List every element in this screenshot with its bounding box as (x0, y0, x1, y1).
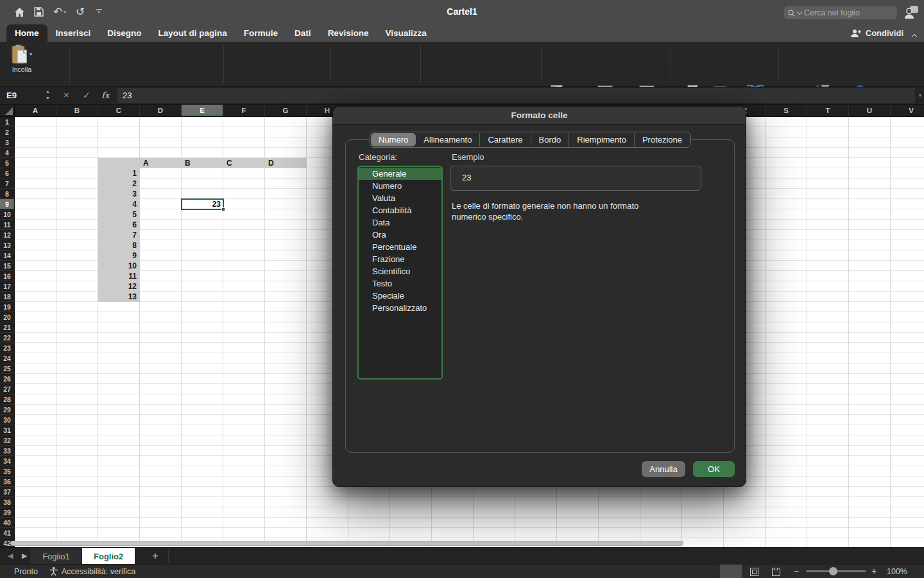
cancel-entry-button[interactable]: × (64, 89, 69, 100)
row-header-22[interactable]: 22 (0, 333, 15, 343)
row-header-8[interactable]: 8 (0, 189, 15, 199)
paste-button[interactable]: ▾ Incolla (5, 44, 38, 74)
ribbon-tab-visualizza[interactable]: Visualizza (377, 24, 434, 42)
expand-formula-bar-icon[interactable]: ▾ (919, 92, 921, 98)
category-item-personalizzato[interactable]: Personalizzato (359, 302, 441, 314)
category-item-frazione[interactable]: Frazione (359, 253, 441, 265)
row-header-30[interactable]: 30 (0, 415, 15, 425)
table-header-cell[interactable]: A (143, 158, 149, 168)
row-header-1[interactable]: 1 (0, 117, 15, 127)
cancel-button[interactable]: Annulla (642, 461, 685, 477)
zoom-in-button[interactable]: + (871, 566, 877, 576)
column-header-D[interactable]: D (140, 105, 182, 117)
row-header-17[interactable]: 17 (0, 281, 15, 292)
row-header-33[interactable]: 33 (0, 446, 15, 456)
accessibility-status[interactable]: Accessibilità: verifica (62, 567, 135, 576)
category-item-generale[interactable]: Generale (359, 168, 441, 180)
row-header-23[interactable]: 23 (0, 343, 15, 353)
page-break-view-button[interactable] (765, 565, 787, 578)
select-all-corner[interactable] (0, 105, 15, 117)
normal-view-button[interactable] (720, 565, 742, 578)
next-sheet-button[interactable]: ▶ (22, 552, 27, 560)
row-header-19[interactable]: 19 (0, 302, 15, 312)
formula-input[interactable]: 23 (117, 88, 915, 103)
name-box-stepper[interactable]: ▲▼ (46, 89, 50, 101)
zoom-slider[interactable] (806, 570, 866, 572)
row-header-14[interactable]: 14 (0, 250, 15, 261)
row-header-35[interactable]: 35 (0, 466, 15, 477)
column-header-B[interactable]: B (56, 105, 98, 117)
dialog-tab-bordo[interactable]: Bordo (531, 133, 569, 146)
zoom-out-button[interactable]: − (794, 566, 799, 576)
row-header-27[interactable]: 27 (0, 384, 15, 394)
row-header-40[interactable]: 40 (0, 518, 15, 528)
row-header-3[interactable]: 3 (0, 137, 15, 148)
dialog-tab-riempimento[interactable]: Riempimento (569, 133, 634, 146)
row-header-9[interactable]: 9 (0, 199, 15, 209)
row-header-34[interactable]: 34 (0, 456, 15, 466)
row-header-29[interactable]: 29 (0, 405, 15, 415)
profile-icon[interactable] (903, 4, 919, 20)
row-header-25[interactable]: 25 (0, 363, 15, 374)
horizontal-scrollbar[interactable] (10, 541, 683, 546)
row-header-5[interactable]: 5 (0, 158, 15, 168)
category-item-ora[interactable]: Ora (359, 229, 441, 241)
row-header-41[interactable]: 41 (0, 528, 15, 538)
category-item-scientifico[interactable]: Scientifico (359, 265, 441, 277)
dialog-tab-protezione[interactable]: Protezione (634, 133, 690, 146)
sheet-tab-foglio1[interactable]: Foglio1 (31, 548, 82, 565)
table-index-cell[interactable]: 1 (98, 168, 137, 179)
row-header-36[interactable]: 36 (0, 477, 15, 487)
zoom-percentage[interactable]: 100% (887, 567, 907, 576)
row-header-38[interactable]: 38 (0, 497, 15, 507)
ok-button[interactable]: OK (693, 461, 735, 477)
sheet-tab-foglio2[interactable]: Foglio2 (82, 548, 135, 565)
table-index-cell[interactable]: 2 (98, 179, 137, 189)
table-index-cell[interactable]: 13 (98, 292, 137, 302)
row-header-7[interactable]: 7 (0, 179, 15, 189)
insert-function-button[interactable]: fx (101, 90, 110, 100)
dialog-tab-carattere[interactable]: Carattere (479, 133, 530, 146)
table-index-cell[interactable]: 7 (98, 230, 137, 240)
prev-sheet-button[interactable]: ◀ (8, 552, 13, 560)
column-header-E[interactable]: E (182, 105, 223, 117)
row-header-20[interactable]: 20 (0, 312, 15, 322)
table-header-cell[interactable]: C (227, 158, 232, 168)
table-index-cell[interactable]: 3 (98, 189, 137, 199)
table-index-cell[interactable]: 4 (98, 199, 137, 209)
row-header-18[interactable]: 18 (0, 292, 15, 302)
category-item-speciale[interactable]: Speciale (359, 290, 441, 302)
row-header-28[interactable]: 28 (0, 394, 15, 405)
dialog-tab-numero[interactable]: Numero (371, 133, 416, 146)
fill-handle[interactable] (221, 207, 225, 211)
ribbon-tab-layout-di-pagina[interactable]: Layout di pagina (150, 24, 235, 42)
row-header-24[interactable]: 24 (0, 353, 15, 363)
ribbon-tab-inserisci[interactable]: Inserisci (47, 24, 99, 42)
row-header-12[interactable]: 12 (0, 230, 15, 240)
column-header-T[interactable]: T (807, 105, 849, 117)
category-item-percentuale[interactable]: Percentuale (359, 241, 441, 253)
column-header-S[interactable]: S (766, 105, 807, 117)
ribbon-tab-formule[interactable]: Formule (235, 24, 286, 42)
category-item-testo[interactable]: Testo (359, 277, 441, 290)
table-index-cell[interactable]: 12 (98, 281, 137, 292)
row-header-4[interactable]: 4 (0, 148, 15, 158)
table-index-cell[interactable]: 10 (98, 261, 137, 271)
row-header-21[interactable]: 21 (0, 322, 15, 333)
category-item-data[interactable]: Data (359, 216, 441, 229)
row-header-26[interactable]: 26 (0, 374, 15, 384)
category-item-contabilità[interactable]: Contabilità (359, 204, 441, 216)
ribbon-tab-disegno[interactable]: Disegno (99, 24, 150, 42)
collapse-ribbon-button[interactable] (912, 30, 916, 41)
ribbon-tab-revisione[interactable]: Revisione (320, 24, 377, 42)
row-header-16[interactable]: 16 (0, 271, 15, 281)
row-header-39[interactable]: 39 (0, 507, 15, 518)
row-header-37[interactable]: 37 (0, 487, 15, 497)
row-header-32[interactable]: 32 (0, 435, 15, 446)
category-item-valuta[interactable]: Valuta (359, 192, 441, 204)
table-header-cell[interactable]: B (185, 158, 191, 168)
confirm-entry-button[interactable]: ✓ (83, 90, 90, 100)
table-index-cell[interactable]: 5 (98, 209, 137, 220)
column-header-U[interactable]: U (849, 105, 891, 117)
share-button[interactable]: Condividi (850, 24, 903, 42)
